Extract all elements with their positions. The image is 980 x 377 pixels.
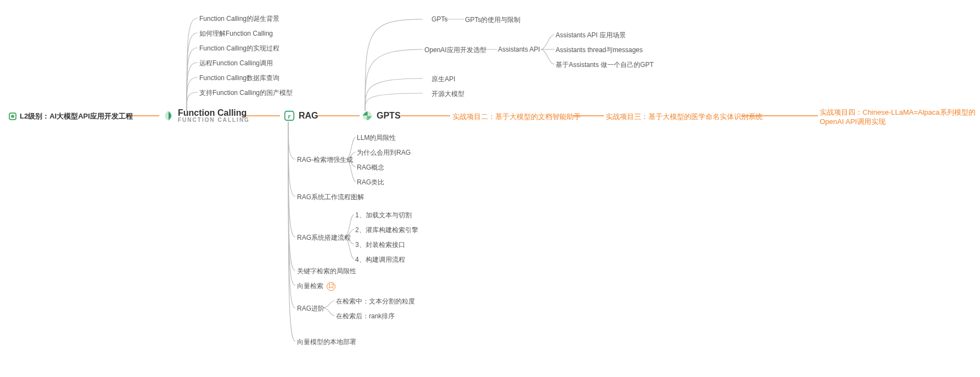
fc-leaf[interactable]: 支持Function Calling的国产模型 [199, 88, 293, 98]
project-4[interactable]: 实战项目四：Chinese-LLaMA=Alpaca系列模型的 OpenAI A… [820, 108, 976, 127]
rag-branch-flow-diagram[interactable]: RAG系统工作流程图解 [297, 193, 364, 202]
rag-icon: r [283, 110, 295, 122]
hub-rag-label: RAG [299, 111, 318, 121]
gpts-branch-native-api[interactable]: 原生API [432, 75, 455, 84]
rag-branch-advanced[interactable]: RAG进阶 [297, 304, 324, 313]
hub-gpts[interactable]: GPTS [361, 110, 401, 122]
rag-branch-keyword-limit[interactable]: 关键字检索的局限性 [297, 267, 356, 276]
gpts-assistants-leaf[interactable]: Assistants API 应用场景 [556, 31, 626, 40]
hub-fc-sub: FUNCTION CALLING [178, 117, 250, 123]
connector-lines [0, 0, 980, 377]
gpts-icon [361, 110, 373, 122]
fc-leaf[interactable]: Function Calling数据库查询 [199, 74, 279, 83]
fc-leaf[interactable]: Function Calling的实现过程 [199, 44, 279, 53]
fc-leaf[interactable]: 如何理解Function Calling [199, 29, 273, 38]
rag-branch-build-steps[interactable]: RAG系统搭建流程 [297, 233, 351, 243]
project-3[interactable]: 实战项目三：基于大模型的医学命名实体识别系统 [606, 112, 763, 122]
gpts-assistants-api[interactable]: Assistants API [498, 46, 540, 53]
rag-leaf[interactable]: RAG类比 [357, 178, 384, 187]
rag-leaf[interactable]: 4、构建调用流程 [355, 255, 405, 265]
rag-leaf[interactable]: 3、封装检索接口 [355, 240, 405, 250]
gpts-branch-open-llm[interactable]: 开源大模型 [432, 89, 464, 99]
rag-branch-local-deploy[interactable]: 向量模型的本地部署 [297, 337, 356, 347]
root-label: L2级别：AI大模型API应用开发工程 [20, 111, 133, 121]
hub-gpts-label: GPTS [377, 111, 401, 121]
root-icon [9, 112, 16, 120]
rag-branch-vector-search[interactable]: 向量检索 12 [297, 282, 335, 291]
gpts-branch-gpts[interactable]: GPTs [432, 15, 447, 23]
gpts-branch-openai[interactable]: OpenAI应用开发选型 [424, 46, 486, 55]
hub-rag[interactable]: r RAG [283, 110, 318, 122]
rag-leaf[interactable]: 在检索中：文本分割的粒度 [336, 297, 415, 306]
rag-leaf[interactable]: 为什么会用到RAG [357, 148, 411, 157]
rag-leaf[interactable]: LLM的局限性 [357, 133, 396, 143]
rag-leaf[interactable]: 2、灌库构建检索引擎 [355, 226, 418, 235]
rag-branch-intro[interactable]: RAG-检索增强生成 [297, 155, 353, 165]
hub-function-calling[interactable]: Function Calling FUNCTION CALLING [163, 108, 250, 123]
function-calling-icon [163, 110, 175, 122]
gpts-assistants-leaf[interactable]: 基于Assistants 做一个自己的GPT [556, 60, 654, 70]
project-2[interactable]: 实战项目二：基于大模型的文档智能助手 [452, 112, 581, 122]
fc-leaf[interactable]: 远程Function Calling调用 [199, 59, 273, 68]
rag-leaf[interactable]: RAG概念 [357, 163, 384, 172]
gpts-assistants-leaf[interactable]: Assistants thread与messages [556, 46, 643, 55]
fc-leaf[interactable]: Function Calling的诞生背景 [199, 14, 279, 24]
root-node[interactable]: L2级别：AI大模型API应用开发工程 [9, 111, 133, 121]
count-badge: 12 [327, 282, 335, 291]
gpts-leaf[interactable]: GPTs的使用与限制 [465, 15, 520, 25]
rag-leaf[interactable]: 1、加载文本与切割 [355, 211, 412, 220]
rag-leaf[interactable]: 在检索后：rank排序 [336, 312, 395, 321]
